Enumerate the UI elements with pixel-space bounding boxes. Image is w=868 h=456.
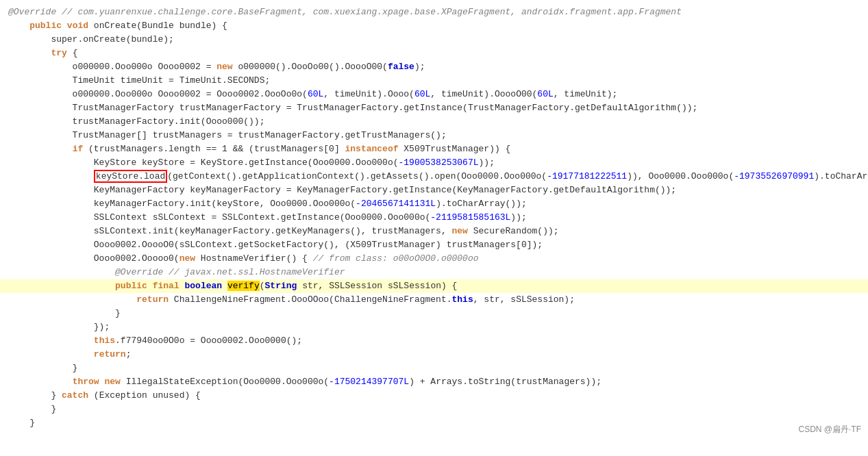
code-line-10: TrustManager[] trustManagers = trustMana… (0, 129, 868, 142)
keyword-new-4: new (104, 377, 120, 387)
keyword-instanceof: instanceof (345, 144, 399, 154)
num-60l-2: 60L (414, 89, 430, 99)
num-60l-1: 60L (308, 89, 323, 99)
num-neg1: -1900538253067L (399, 157, 479, 168)
keyword-catch: catch (62, 390, 88, 401)
num-neg3: -19735526970991 (734, 171, 814, 181)
code-line-20: @Override // javax.net.ssl.HostnameVerif… (0, 266, 868, 279)
red-box-keystore-load: keyStore.load (94, 170, 167, 183)
code-line-26: return; (0, 348, 868, 362)
code-line-25: this.f77940oo0O0o = Oooo0002.Ooo0000(); (0, 334, 868, 348)
keyword-this: this (452, 294, 473, 305)
keyword-return: return (94, 349, 126, 359)
code-line-17: sSLContext.init(keyManagerFactory.getKey… (0, 225, 868, 238)
keyword-this: this (94, 335, 115, 346)
code-line-8: TrustManagerFactory trustManagerFactory … (0, 101, 868, 115)
method-verify: verify (227, 281, 260, 291)
code-line-4: try { (0, 47, 868, 60)
code-line-21: public final boolean verify(String str, … (0, 279, 868, 293)
annotation-override: @Override (8, 7, 56, 17)
code-line-31: } (0, 416, 868, 430)
code-line-1: @Override // com.yuanrenxue.challenge.co… (0, 5, 868, 19)
footer-watermark: CSDN @扁丹·TF (798, 423, 861, 435)
num-neg6: -1750214397707L (329, 377, 409, 387)
code-line-12: KeyStore keyStore = KeyStore.getInstance… (0, 156, 868, 170)
code-line-18: Oooo0002.OoooO0(sSLContext.getSocketFact… (0, 238, 868, 252)
num-60l-3: 60L (537, 89, 553, 99)
comment-1: // com.yuanrenxue.challenge.core.BaseFra… (56, 7, 682, 17)
keyword-if: if (73, 144, 84, 154)
keyword-public: public (29, 21, 62, 31)
keyword-final: final (153, 281, 179, 291)
code-line-11: if (trustManagers.length == 1 && (trustM… (0, 142, 868, 156)
keyword-false: false (388, 62, 414, 72)
code-line-22: return ChallengeNineFragment.OooOOoo(Cha… (0, 293, 868, 307)
code-line-24: }); (0, 320, 868, 334)
code-line-19: Oooo0002.Ooooo0(new HostnameVerifier() {… (0, 252, 868, 266)
code-container: @Override // com.yuanrenxue.challenge.co… (0, 0, 868, 438)
code-line-7: o000000.Ooo000o Oooo0002 = Oooo0002.OooO… (0, 88, 868, 101)
code-line-3: super.onCreate(bundle); (0, 33, 868, 47)
code-line-13: keyStore.load(getContext().getApplicatio… (0, 170, 868, 183)
code-line-6: TimeUnit timeUnit = TimeUnit.SECONDS; (0, 74, 868, 88)
keyword-new-2: new (452, 226, 468, 236)
keyword-try: try (51, 48, 66, 58)
num-neg5: -2119581585163L (430, 212, 510, 223)
num-neg2: -19177181222511 (547, 171, 627, 181)
code-line-27: } (0, 362, 868, 375)
code-line-15: keyManagerFactory.init(keyStore, Ooo0000… (0, 197, 868, 211)
code-line-2: public void onCreate(Bundle bundle) { (0, 19, 868, 33)
code-line-29: } catch (Exception unused) { (0, 389, 868, 403)
comment-hostname: // javax.net.ssl.HostnameVerifier (169, 267, 345, 277)
keyword-throw: throw (73, 377, 99, 387)
comment-from-class: // from class: o00oO0O0.o0000oo (308, 253, 479, 264)
code-line-14: KeyManagerFactory keyManagerFactory = Ke… (0, 183, 868, 197)
keyword-new-3: new (179, 253, 195, 264)
keyword-void: void (67, 21, 88, 31)
code-line-16: SSLContext sSLContext = SSLContext.getIn… (0, 211, 868, 225)
code-line-9: trustManagerFactory.init(Oooo000()); (0, 115, 868, 129)
keyword-return: return (136, 294, 169, 305)
code-line-28: throw new IllegalStateException(Ooo0000.… (0, 375, 868, 389)
annotation-override-2: @Override (115, 267, 163, 277)
keyword-public-2: public (115, 281, 147, 291)
code-line-23: } (0, 307, 868, 320)
num-neg4: -2046567141131L (356, 199, 436, 209)
keyword-string: String (265, 281, 297, 291)
keyword-new-1: new (216, 62, 232, 72)
code-line-30: } (0, 403, 868, 416)
keyword-boolean: boolean (184, 281, 222, 291)
code-line-5: o000000.Ooo000o Oooo0002 = new o000000()… (0, 60, 868, 74)
